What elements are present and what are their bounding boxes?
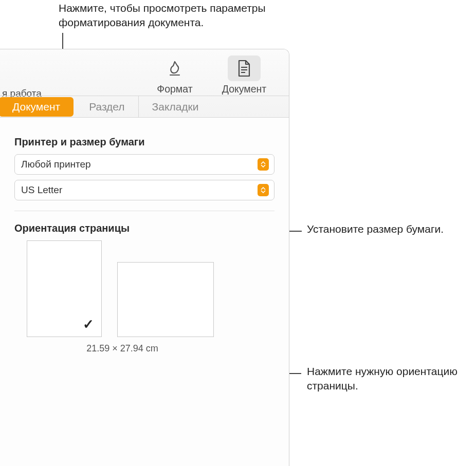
orientation-row: ✓ [14,240,274,337]
printer-heading: Принтер и размер бумаги [14,136,274,148]
toolbar-format-label: Формат [149,83,200,95]
callout-top: Нажмите, чтобы просмотреть параметры фор… [59,1,326,30]
tab-document[interactable]: Документ [0,97,74,117]
dropdown-stepper-icon [258,158,269,171]
subtabs: Документ Раздел Закладки [0,96,289,117]
tab-bookmarks[interactable]: Закладки [139,96,212,117]
toolbar: я работа Формат Документ [0,49,289,118]
callout-paper: Установите размер бумаги. [307,222,471,236]
panel-body: Принтер и размер бумаги Любой принтер US… [0,118,289,354]
toolbar-format-button[interactable]: Формат [149,55,200,95]
document-icon [228,55,261,81]
printer-value: Любой принтер [21,159,258,170]
orientation-landscape[interactable] [117,262,214,337]
page-dimensions: 21.59 × 27.94 cm [45,343,199,354]
check-icon: ✓ [83,316,94,332]
printer-select[interactable]: Любой принтер [14,154,274,175]
orientation-heading: Ориентация страницы [14,222,274,234]
format-icon [158,55,191,81]
dropdown-stepper-icon [258,184,269,196]
tab-section[interactable]: Раздел [76,96,138,117]
divider [14,211,274,211]
callout-orientation: Нажмите нужную ориентацию страницы. [307,364,471,394]
inspector-panel: я работа Формат Документ [0,49,289,466]
orientation-portrait[interactable]: ✓ [27,240,102,337]
paper-size-select[interactable]: US Letter [14,180,274,200]
toolbar-document-button[interactable]: Документ [211,55,278,95]
paper-value: US Letter [21,184,258,196]
toolbar-document-label: Документ [211,83,278,95]
